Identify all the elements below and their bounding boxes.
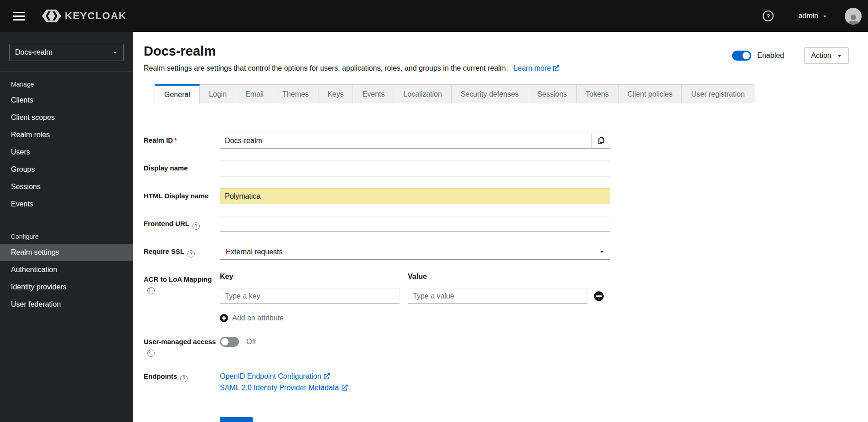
endpoints-label: Endpoints? (144, 372, 187, 380)
remove-attribute-button[interactable] (594, 291, 604, 301)
help-icon[interactable]: ? (192, 222, 200, 230)
tab-general[interactable]: General (155, 84, 200, 103)
sidebar-item-authentication[interactable]: Authentication (0, 261, 133, 278)
frontend-url-row: Frontend URL? (144, 216, 868, 232)
masthead: KEYCLOAK ? admin (0, 0, 868, 32)
minus-circle-icon (594, 291, 604, 301)
acr-loa-mapping-row: ACR to LoA Mapping ? Key Value (144, 272, 868, 322)
user-managed-access-row: User-managed access ? Off (144, 334, 868, 357)
user-menu[interactable]: admin (795, 11, 830, 21)
enabled-label: Enabled (757, 51, 784, 60)
tab-keys[interactable]: Keys (318, 84, 353, 103)
page-description: Realm settings are settings that control… (144, 64, 559, 72)
sidebar-item-realm-roles[interactable]: Realm roles (0, 126, 133, 144)
help-icon[interactable]: ? (763, 10, 774, 21)
key-column-header: Key (220, 273, 408, 281)
external-link-icon (342, 385, 348, 391)
sidebar-nav: Manage Clients Client scopes Realm roles… (0, 72, 133, 313)
help-icon[interactable]: ? (187, 250, 195, 257)
form-actions: Save Revert (144, 417, 868, 422)
sidebar-item-identity-providers[interactable]: Identity providers (0, 278, 133, 296)
page-title: Docs-realm (144, 44, 559, 59)
keycloak-admin-console: KEYCLOAK ? admin Docs-realm (0, 0, 868, 422)
chevron-down-icon (822, 14, 827, 19)
sidebar-item-events[interactable]: Events (0, 196, 133, 213)
frontend-url-label: Frontend URL? (144, 220, 200, 227)
page-header: Docs-realm Realm settings are settings t… (133, 32, 868, 72)
realm-id-input[interactable] (220, 133, 591, 149)
value-column-header: Value (408, 273, 596, 281)
main-content: Docs-realm Realm settings are settings t… (133, 32, 868, 422)
help-icon[interactable]: ? (147, 350, 155, 357)
external-link-icon (324, 373, 330, 379)
sidebar-item-user-federation[interactable]: User federation (0, 296, 133, 313)
user-icon (848, 15, 859, 25)
saml-metadata-link[interactable]: SAML 2.0 Identity Provider Metadata (220, 382, 610, 393)
sidebar-item-client-scopes[interactable]: Client scopes (0, 109, 133, 126)
frontend-url-input[interactable] (220, 216, 610, 232)
toggle-state-label: Off (246, 338, 256, 346)
display-name-row: Display name (144, 160, 868, 176)
display-name-input[interactable] (220, 160, 610, 176)
copy-button[interactable] (591, 133, 610, 149)
tab-client-policies[interactable]: Client policies (619, 84, 682, 103)
chevron-down-icon (599, 249, 604, 254)
value-input[interactable] (408, 288, 587, 304)
sidebar-item-users[interactable]: Users (0, 144, 133, 161)
tab-user-registration[interactable]: User registration (682, 84, 754, 103)
brand-text: KEYCLOAK (65, 10, 126, 22)
sidebar-item-sessions[interactable]: Sessions (0, 178, 133, 196)
chevron-down-icon (113, 50, 118, 55)
realm-id-row: Realm ID* (144, 133, 868, 149)
tab-events[interactable]: Events (353, 84, 394, 103)
keycloak-logo-icon (42, 10, 61, 22)
header-controls: Enabled Action (732, 47, 849, 64)
display-name-label: Display name (144, 164, 188, 172)
nav-section-manage: Manage (0, 72, 133, 92)
require-ssl-select[interactable]: External requests (220, 244, 610, 260)
realm-enabled-toggle[interactable] (732, 51, 751, 61)
tab-bar: General Login Email Themes Keys Events L… (155, 84, 868, 103)
html-display-name-row: HTML Display name (144, 188, 868, 204)
sidebar-item-clients[interactable]: Clients (0, 92, 133, 109)
require-ssl-label: Require SSL? (144, 247, 195, 255)
openid-endpoint-link[interactable]: OpenID Endpoint Configuration (220, 371, 610, 382)
tab-email[interactable]: Email (236, 84, 273, 103)
tab-themes[interactable]: Themes (273, 84, 318, 103)
realm-id-label: Realm ID* (144, 136, 177, 144)
action-dropdown[interactable]: Action (804, 47, 849, 64)
sidebar-item-groups[interactable]: Groups (0, 161, 133, 178)
masthead-right: ? admin (763, 8, 862, 25)
help-icon[interactable]: ? (147, 287, 155, 294)
nav-section-configure: Configure (0, 224, 133, 244)
learn-more-link[interactable]: Learn more (514, 64, 559, 72)
save-button[interactable]: Save (220, 417, 253, 422)
require-ssl-row: Require SSL? External requests (144, 244, 868, 260)
user-managed-access-label: User-managed access (144, 338, 216, 345)
keycloak-logo: KEYCLOAK (42, 10, 126, 22)
tab-login[interactable]: Login (200, 84, 236, 103)
html-display-name-label: HTML Display name (144, 192, 208, 200)
endpoints-row: Endpoints? OpenID Endpoint Configuration… (144, 369, 868, 393)
realm-selector-block: Docs-realm (0, 32, 133, 72)
html-display-name-input[interactable] (220, 188, 610, 204)
help-icon[interactable]: ? (180, 375, 187, 382)
add-attribute-button[interactable]: Add an attribute (220, 314, 284, 322)
tab-tokens[interactable]: Tokens (577, 84, 619, 103)
user-managed-access-toggle[interactable] (220, 337, 239, 347)
nav-toggle-button[interactable] (9, 8, 28, 24)
sidebar-item-realm-settings[interactable]: Realm settings (0, 244, 133, 261)
chevron-down-icon (837, 53, 842, 58)
current-realm-name: Docs-realm (15, 48, 52, 57)
tab-security-defenses[interactable]: Security defenses (452, 84, 528, 103)
tab-sessions[interactable]: Sessions (528, 84, 577, 103)
user-name: admin (798, 12, 818, 20)
realm-selector[interactable]: Docs-realm (9, 44, 124, 61)
tab-localization[interactable]: Localization (394, 84, 452, 103)
key-input[interactable] (220, 288, 400, 304)
acr-loa-mapping-label: ACR to LoA Mapping (144, 275, 212, 283)
required-asterisk: * (174, 137, 177, 144)
avatar[interactable] (845, 8, 862, 25)
hamburger-icon (13, 12, 25, 13)
plus-circle-icon (220, 314, 228, 322)
